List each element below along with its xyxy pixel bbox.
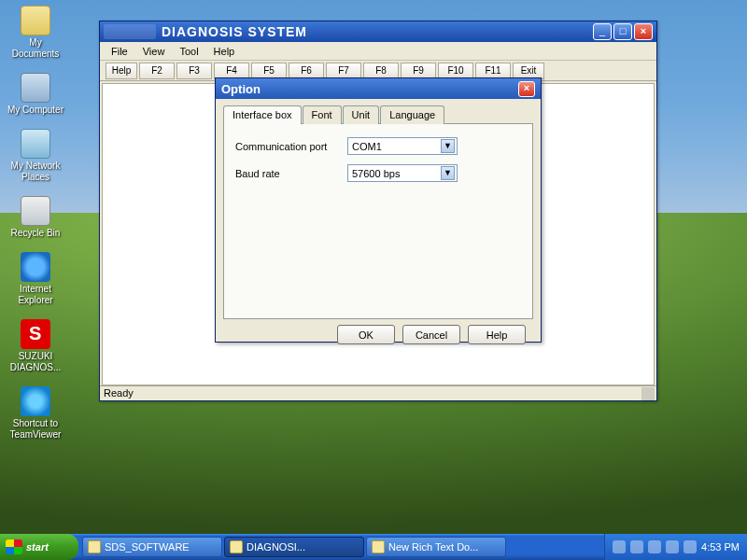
chevron-down-icon[interactable]: ▼ — [441, 139, 455, 153]
desktop-icon-suzuki-diagnos[interactable]: SUZUKI DIAGNOS... — [6, 319, 65, 373]
tab-font[interactable]: Font — [303, 105, 342, 124]
doc-icon — [372, 540, 385, 553]
chevron-down-icon[interactable]: ▼ — [441, 166, 455, 180]
teamviewer-icon — [21, 386, 50, 416]
tray-icon[interactable] — [666, 540, 679, 553]
documents-icon — [21, 6, 50, 35]
dialog-buttons: OK Cancel Help — [223, 319, 533, 344]
resize-grip-icon[interactable] — [641, 387, 655, 400]
desktop-icon-my-documents[interactable]: My Documents — [6, 6, 65, 60]
app-icon — [230, 540, 243, 553]
help-button[interactable]: Help — [468, 325, 526, 344]
icon-label: Internet Explorer — [6, 284, 65, 306]
option-dialog: Option × Interface box Font Unit Languag… — [215, 77, 542, 343]
menu-file[interactable]: File — [104, 44, 135, 59]
tab-interface-box[interactable]: Interface box — [223, 105, 302, 124]
task-label: SDS_SOFTWARE — [105, 541, 190, 553]
desktop-icons: My Documents My Computer My Network Plac… — [6, 6, 71, 454]
tray-icon[interactable] — [630, 540, 643, 553]
window-title: DIAGNOSIS SYSTEM — [162, 24, 593, 39]
window-controls: _ □ × — [593, 23, 653, 40]
statusbar: Ready — [100, 385, 656, 400]
network-icon — [21, 129, 50, 159]
ok-button[interactable]: OK — [337, 325, 395, 344]
suzuki-icon — [21, 319, 50, 349]
taskbar-tasks: SDS_SOFTWARE DIAGNOSI... New Rich Text D… — [78, 534, 604, 560]
icon-label: Recycle Bin — [6, 228, 65, 239]
taskbar-item-sds-software[interactable]: SDS_SOFTWARE — [82, 537, 222, 557]
dialog-titlebar[interactable]: Option × — [216, 78, 541, 99]
status-text: Ready — [104, 386, 134, 400]
start-button[interactable]: start — [0, 534, 78, 560]
icon-label: Shortcut to TeamViewer — [6, 418, 65, 441]
menu-help[interactable]: Help — [206, 44, 243, 59]
desktop-icon-recycle-bin[interactable]: Recycle Bin — [6, 196, 65, 239]
baud-rate-combo[interactable]: 57600 bps ▼ — [347, 164, 458, 182]
tab-unit[interactable]: Unit — [343, 105, 380, 124]
baud-rate-value: 57600 bps — [352, 168, 441, 179]
comm-port-combo[interactable]: COM1 ▼ — [347, 137, 458, 155]
desktop-icon-internet-explorer[interactable]: Internet Explorer — [6, 252, 65, 306]
f2-button[interactable]: F2 — [139, 63, 175, 79]
cancel-button[interactable]: Cancel — [402, 325, 460, 344]
dialog-title: Option — [221, 82, 518, 96]
menu-tool[interactable]: Tool — [172, 44, 205, 59]
task-label: DIAGNOSI... — [247, 541, 305, 553]
tab-language[interactable]: Language — [380, 105, 444, 124]
comm-port-value: COM1 — [352, 141, 441, 152]
close-button[interactable]: × — [634, 23, 653, 40]
tab-panel: Communication port COM1 ▼ Baud rate 5760… — [223, 123, 533, 319]
system-tray: 4:53 PM — [604, 534, 747, 560]
menubar: File View Tool Help — [100, 42, 656, 61]
tray-icon[interactable] — [684, 540, 697, 553]
taskbar-item-diagnosis[interactable]: DIAGNOSI... — [224, 537, 364, 557]
minimize-button[interactable]: _ — [593, 23, 612, 40]
recycle-bin-icon — [21, 196, 50, 226]
icon-label: My Documents — [6, 37, 65, 60]
start-label: start — [26, 541, 49, 553]
icon-label: SUZUKI DIAGNOS... — [6, 351, 65, 373]
maximize-button[interactable]: □ — [613, 23, 632, 40]
computer-icon — [21, 73, 50, 103]
tabstrip: Interface box Font Unit Language — [223, 105, 533, 124]
comm-port-label: Communication port — [235, 141, 347, 152]
help-button[interactable]: Help — [106, 63, 137, 79]
icon-label: My Computer — [6, 105, 65, 116]
tray-icon[interactable] — [648, 540, 661, 553]
tray-icon[interactable] — [613, 540, 626, 553]
app-logo — [104, 24, 156, 39]
desktop-icon-teamviewer[interactable]: Shortcut to TeamViewer — [6, 386, 65, 441]
field-communication-port: Communication port COM1 ▼ — [235, 137, 521, 155]
dialog-body: Interface box Font Unit Language Communi… — [216, 99, 541, 352]
icon-label: My Network Places — [6, 161, 65, 183]
clock[interactable]: 4:53 PM — [701, 541, 740, 553]
task-label: New Rich Text Do... — [388, 541, 478, 553]
titlebar[interactable]: DIAGNOSIS SYSTEM _ □ × — [100, 21, 656, 42]
dialog-close-button[interactable]: × — [518, 81, 535, 97]
desktop-icon-network-places[interactable]: My Network Places — [6, 129, 65, 183]
windows-flag-icon — [6, 539, 22, 554]
menu-view[interactable]: View — [135, 44, 173, 59]
ie-icon — [21, 252, 50, 282]
field-baud-rate: Baud rate 57600 bps ▼ — [235, 164, 521, 182]
desktop-icon-my-computer[interactable]: My Computer — [6, 73, 65, 116]
taskbar: start SDS_SOFTWARE DIAGNOSI... New Rich … — [0, 534, 747, 560]
f3-button[interactable]: F3 — [176, 63, 212, 79]
taskbar-item-rich-text[interactable]: New Rich Text Do... — [366, 537, 506, 557]
folder-icon — [88, 540, 101, 553]
baud-rate-label: Baud rate — [235, 168, 347, 179]
